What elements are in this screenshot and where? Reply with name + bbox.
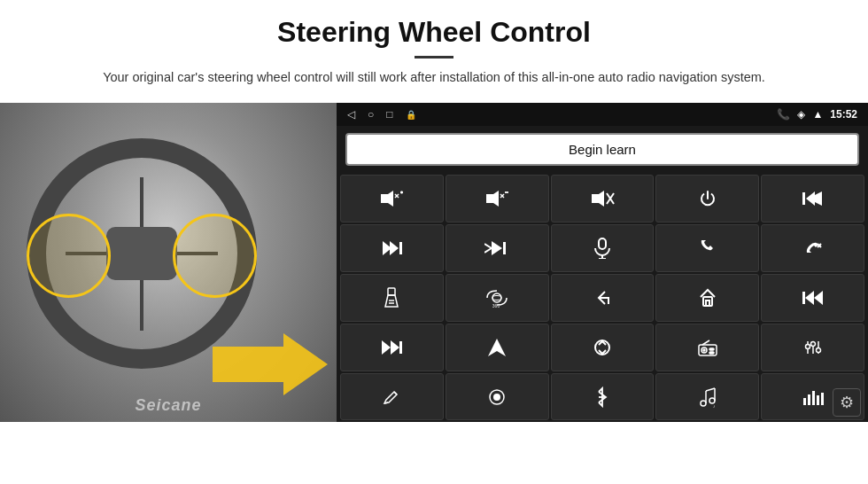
svg-rect-35: [706, 301, 709, 306]
rewind-button[interactable]: [761, 274, 864, 322]
svg-marker-17: [390, 241, 399, 255]
svg-line-65: [706, 388, 715, 391]
phone-icon: 📞: [777, 108, 790, 121]
svg-point-51: [805, 344, 810, 348]
svg-rect-48: [709, 348, 714, 350]
swap-button[interactable]: [551, 324, 655, 371]
svg-rect-67: [803, 398, 806, 405]
status-nav-icons: ◁ ○ □ 🔒: [347, 108, 416, 121]
prev-track-button[interactable]: [761, 175, 864, 222]
status-right-icons: 📞 ◈ ▲ 15:52: [777, 108, 857, 121]
svg-rect-68: [808, 394, 810, 405]
svg-rect-28: [388, 288, 395, 295]
flashlight-button[interactable]: [340, 274, 444, 322]
home-nav-button[interactable]: [655, 274, 759, 322]
svg-rect-70: [817, 395, 819, 405]
svg-text:360°: 360°: [492, 303, 501, 308]
radio-button[interactable]: [655, 324, 759, 371]
svg-rect-41: [399, 341, 402, 354]
power-button[interactable]: [655, 175, 759, 222]
status-bar: ◁ ○ □ 🔒 📞 ◈ ▲ 15:52: [337, 103, 868, 126]
navigate-button[interactable]: [446, 324, 549, 371]
page-title: Steering Wheel Control: [53, 16, 815, 49]
lock-icon: 🔒: [406, 110, 416, 120]
svg-marker-1: [381, 191, 393, 207]
svg-rect-18: [399, 242, 402, 254]
subtitle-text: Your original car's steering wheel contr…: [71, 67, 797, 87]
svg-rect-71: [821, 393, 824, 405]
highlight-circle-left: [27, 214, 111, 298]
svg-marker-0: [213, 333, 328, 395]
title-divider: [415, 56, 453, 59]
vol-up-button[interactable]: [340, 175, 444, 222]
arrow-icon: [213, 333, 328, 395]
photo-area: Seicane: [0, 103, 337, 422]
svg-marker-38: [814, 291, 823, 305]
svg-marker-40: [391, 340, 399, 355]
music-button[interactable]: ♪: [655, 373, 759, 421]
svg-text:♪: ♪: [713, 403, 716, 408]
call-button[interactable]: [655, 224, 759, 272]
wifi-icon: ◈: [797, 108, 805, 121]
steering-wheel-center: [106, 227, 177, 280]
bluetooth-button[interactable]: [551, 373, 655, 421]
begin-learn-button[interactable]: Begin learn: [345, 133, 859, 166]
svg-marker-37: [805, 291, 814, 305]
svg-point-59: [493, 394, 500, 401]
clock-display: 15:52: [830, 108, 857, 121]
svg-rect-23: [599, 238, 606, 249]
svg-line-57: [384, 402, 388, 403]
svg-line-20: [484, 248, 492, 253]
svg-marker-10: [592, 191, 604, 207]
begin-learn-row: Begin learn: [337, 126, 868, 173]
svg-rect-49: [709, 352, 714, 354]
svg-line-19: [484, 244, 492, 248]
controls-grid: 360°: [337, 173, 868, 422]
arrow-container: [213, 333, 328, 395]
signal-icon: ▲: [812, 108, 823, 121]
svg-line-56: [394, 392, 397, 394]
header-section: Steering Wheel Control Your original car…: [0, 0, 868, 96]
home-nav-icon: ○: [368, 108, 374, 121]
content-area: Seicane ◁ ○ □ 🔒 📞 ◈ ▲ 15:52 Begin learn: [0, 103, 868, 422]
record-button[interactable]: [446, 373, 549, 421]
vol-down-button[interactable]: [446, 175, 549, 222]
svg-marker-6: [486, 191, 499, 207]
svg-rect-36: [802, 292, 805, 304]
back-nav-icon: ◁: [347, 108, 355, 121]
skip-button[interactable]: [446, 224, 549, 272]
back-nav-button[interactable]: [551, 274, 655, 322]
svg-point-32: [492, 295, 501, 300]
svg-point-53: [810, 341, 815, 346]
svg-rect-13: [802, 192, 805, 205]
pencil-button[interactable]: [340, 373, 444, 421]
highlight-circle-right: [173, 214, 257, 298]
hangup-button[interactable]: [761, 224, 864, 272]
mute-button[interactable]: [551, 175, 655, 222]
svg-marker-42: [488, 339, 506, 356]
mic-button[interactable]: [551, 224, 655, 272]
settings-button[interactable]: ⚙: [833, 388, 861, 417]
svg-marker-39: [382, 340, 391, 355]
svg-point-47: [703, 349, 705, 351]
svg-marker-21: [492, 241, 502, 255]
next-button[interactable]: [340, 224, 444, 272]
svg-rect-69: [812, 391, 815, 405]
svg-rect-22: [503, 242, 506, 254]
svg-marker-15: [806, 191, 815, 206]
steering-wheel-bg: Seicane: [0, 103, 337, 422]
ui-panel: ◁ ○ □ 🔒 📞 ◈ ▲ 15:52 Begin learn: [337, 103, 868, 422]
svg-point-31: [492, 293, 501, 302]
fast-forward-button[interactable]: [340, 324, 444, 371]
360view-button[interactable]: 360°: [446, 274, 549, 322]
svg-point-61: [701, 401, 706, 406]
svg-point-55: [816, 347, 820, 352]
recents-nav-icon: □: [386, 108, 392, 121]
equalizer-button[interactable]: [761, 324, 864, 371]
watermark-text: Seicane: [135, 396, 201, 415]
